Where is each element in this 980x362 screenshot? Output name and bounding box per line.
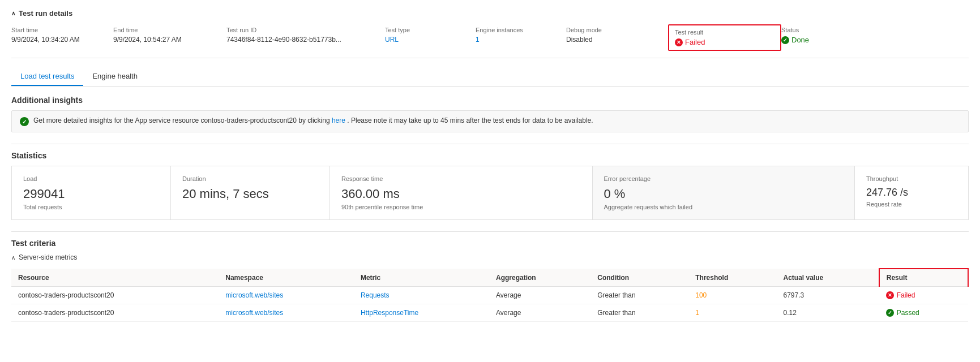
- divider-2: [11, 231, 969, 232]
- stat-load: Load 299041 Total requests: [12, 166, 170, 219]
- stat-response-time-sublabel: 90th percentile response time: [341, 204, 581, 210]
- insights-check-icon: ✓: [20, 117, 29, 126]
- col-header-actual-value: Actual value: [777, 269, 879, 287]
- engine-instances-label: Engine instances: [476, 27, 562, 33]
- cell-resource: contoso-traders-productscont20: [11, 287, 219, 304]
- insights-link[interactable]: here: [332, 117, 345, 124]
- stat-throughput-label: Throughput: [866, 175, 957, 182]
- stat-throughput-sublabel: Request rate: [866, 201, 957, 208]
- divider-1: [11, 144, 969, 144]
- stat-response-time-value: 360.00 ms: [341, 187, 581, 201]
- insights-section: Additional insights ✓ Get more detailed …: [11, 96, 969, 132]
- stat-error-pct-sublabel: Aggregate requests which failed: [604, 204, 844, 210]
- server-side-chevron-icon: ∧: [11, 255, 15, 261]
- stat-throughput: Throughput 247.76 /s Request rate: [855, 166, 968, 219]
- col-header-threshold: Threshold: [688, 269, 776, 287]
- start-time-label: Start time: [11, 27, 109, 33]
- test-run-details-grid: Start time 9/9/2024, 10:34:20 AM End tim…: [11, 24, 969, 58]
- table-row: contoso-traders-productscont20microsoft.…: [11, 287, 968, 304]
- test-run-id-col: Test run ID 74346f84-8112-4e90-8632-b517…: [226, 24, 385, 51]
- debug-mode-col: Debug mode Disabled: [566, 24, 668, 51]
- stat-response-time-label: Response time: [341, 175, 581, 182]
- cell-threshold: 1: [688, 304, 776, 322]
- cell-aggregation: Average: [489, 304, 590, 322]
- start-time-value: 9/9/2024, 10:34:20 AM: [11, 36, 109, 44]
- status-col: Status ✓ Done: [781, 24, 872, 51]
- end-time-col: End time 9/9/2024, 10:54:27 AM: [113, 24, 226, 51]
- stat-error-pct: Error percentage 0 % Aggregate requests …: [593, 166, 855, 219]
- test-criteria-section: Test criteria ∧ Server-side metrics Reso…: [11, 239, 969, 322]
- statistics-grid: Load 299041 Total requests Duration 20 m…: [11, 166, 969, 220]
- cell-resource: contoso-traders-productscont20: [11, 304, 219, 322]
- criteria-table-header-row: Resource Namespace Metric Aggregation Co…: [11, 269, 968, 287]
- stat-load-label: Load: [23, 175, 159, 182]
- test-run-id-value: 74346f84-8112-4e90-8632-b51773b...: [226, 36, 380, 44]
- test-type-col: Test type URL: [385, 24, 476, 51]
- test-result-value: ✕ Failed: [675, 38, 774, 46]
- cell-aggregation: Average: [489, 287, 590, 304]
- test-run-id-label: Test run ID: [226, 27, 380, 33]
- insights-message: ✓ Get more detailed insights for the App…: [11, 110, 969, 132]
- debug-mode-label: Debug mode: [566, 27, 664, 33]
- table-row: contoso-traders-productscont20microsoft.…: [11, 304, 968, 322]
- stat-duration: Duration 20 mins, 7 secs: [171, 166, 329, 219]
- engine-instances-value[interactable]: 1: [476, 36, 562, 44]
- stat-response-time: Response time 360.00 ms 90th percentile …: [330, 166, 592, 219]
- statistics-section: Statistics Load 299041 Total requests Du…: [11, 151, 969, 220]
- insights-text: Get more detailed insights for the App s…: [33, 117, 330, 124]
- statistics-title: Statistics: [11, 151, 969, 160]
- test-result-col: Test result ✕ Failed: [668, 24, 781, 51]
- end-time-value: 9/9/2024, 10:54:27 AM: [113, 36, 222, 44]
- insights-suffix: . Please note it may take up to 45 mins …: [347, 117, 593, 124]
- cell-actual-value: 6797.3: [777, 287, 879, 304]
- server-side-header[interactable]: ∧ Server-side metrics: [11, 253, 969, 261]
- test-run-details-title: ∧ Test run details: [11, 9, 969, 18]
- additional-insights-title: Additional insights: [11, 96, 969, 105]
- server-side-label: Server-side metrics: [19, 253, 77, 261]
- test-result-label: Test result: [675, 29, 774, 36]
- cell-metric[interactable]: HttpResponseTime: [354, 304, 489, 322]
- debug-mode-value: Disabled: [566, 36, 664, 44]
- stat-load-value: 299041: [23, 187, 159, 201]
- col-header-resource: Resource: [11, 269, 219, 287]
- col-header-metric: Metric: [354, 269, 489, 287]
- status-label: Status: [781, 27, 867, 33]
- cell-condition: Greater than: [590, 304, 688, 322]
- test-type-label: Test type: [385, 27, 471, 33]
- col-header-condition: Condition: [590, 269, 688, 287]
- stat-duration-value: 20 mins, 7 secs: [182, 187, 318, 201]
- test-criteria-title: Test criteria: [11, 239, 969, 248]
- cell-result: ✓ Passed: [879, 304, 968, 322]
- stat-duration-label: Duration: [182, 175, 318, 182]
- cell-metric[interactable]: Requests: [354, 287, 489, 304]
- tabs-bar: Load test results Engine health: [11, 67, 969, 87]
- failed-icon: ✕: [675, 38, 683, 46]
- start-time-col: Start time 9/9/2024, 10:34:20 AM: [11, 24, 113, 51]
- tab-engine-health[interactable]: Engine health: [83, 67, 147, 86]
- test-type-value[interactable]: URL: [385, 36, 471, 44]
- cell-namespace[interactable]: microsoft.web/sites: [219, 287, 354, 304]
- stat-load-sublabel: Total requests: [23, 204, 159, 210]
- stat-error-pct-value: 0 %: [604, 187, 844, 201]
- col-header-namespace: Namespace: [219, 269, 354, 287]
- col-header-aggregation: Aggregation: [489, 269, 590, 287]
- cell-condition: Greater than: [590, 287, 688, 304]
- stat-error-pct-label: Error percentage: [604, 175, 844, 182]
- cell-result: ✕ Failed: [879, 287, 968, 304]
- engine-instances-col: Engine instances 1: [476, 24, 566, 51]
- col-header-result: Result: [879, 269, 968, 287]
- criteria-table: Resource Namespace Metric Aggregation Co…: [11, 268, 969, 322]
- tab-load-test-results[interactable]: Load test results: [11, 67, 83, 86]
- stat-throughput-value: 247.76 /s: [866, 187, 957, 199]
- status-value: ✓ Done: [781, 36, 867, 44]
- cell-actual-value: 0.12: [777, 304, 879, 322]
- done-icon: ✓: [781, 36, 789, 44]
- cell-namespace[interactable]: microsoft.web/sites: [219, 304, 354, 322]
- cell-threshold: 100: [688, 287, 776, 304]
- collapse-chevron-icon[interactable]: ∧: [11, 10, 15, 16]
- end-time-label: End time: [113, 27, 222, 33]
